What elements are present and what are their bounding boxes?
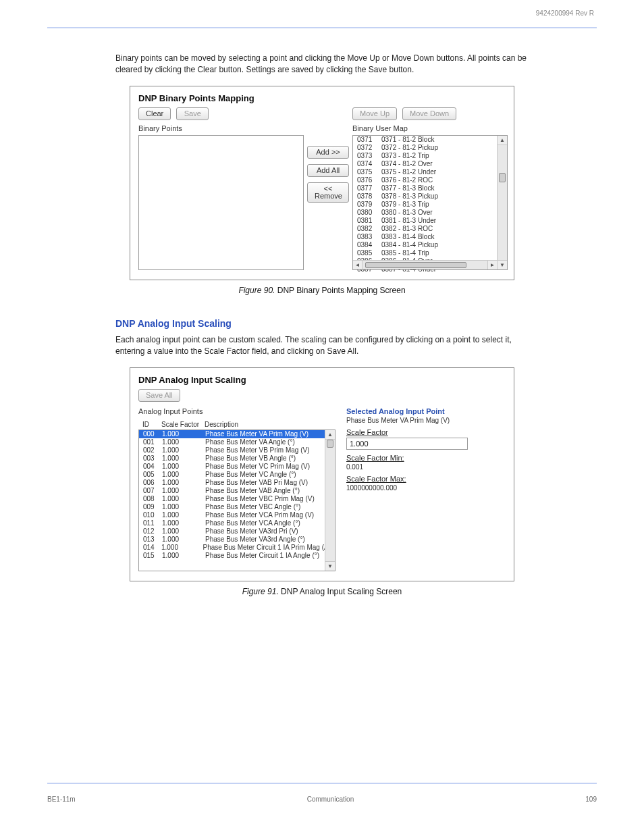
row-id: 0371 bbox=[357, 136, 376, 144]
row-desc: 0380 - 81-3 Over bbox=[381, 209, 433, 217]
analog-scaling-heading: DNP Analog Input Scaling bbox=[115, 318, 529, 329]
row-scale-factor: 1.000 bbox=[162, 536, 205, 544]
selected-point-name: Phase Bus Meter VA Prim Mag (V) bbox=[346, 417, 515, 424]
row-id: 015 bbox=[143, 552, 162, 560]
row-id: 000 bbox=[143, 430, 162, 438]
row-id: 012 bbox=[143, 527, 162, 536]
fig91-title: DNP Analog Input Scaling bbox=[138, 375, 506, 385]
analog-row[interactable]: 0021.000Phase Bus Meter VB Prim Mag (V) bbox=[139, 446, 335, 454]
row-desc: 0381 - 81-3 Under bbox=[381, 217, 436, 225]
row-description: Phase Bus Meter VC Angle (°) bbox=[205, 471, 296, 479]
row-description: Phase Bus Meter VB Prim Mag (V) bbox=[205, 446, 310, 454]
add-all-button[interactable]: Add All bbox=[307, 164, 349, 177]
user-map-row[interactable]: 03790379 - 81-3 Trip bbox=[353, 201, 507, 209]
vertical-scrollbar[interactable]: ▲ ▼ bbox=[497, 136, 507, 269]
row-id: 004 bbox=[143, 463, 162, 471]
analog-row[interactable]: 0091.000Phase Bus Meter VBC Angle (°) bbox=[139, 503, 335, 511]
fig90-title: DNP Binary Points Mapping bbox=[138, 93, 506, 103]
row-description: Phase Bus Meter VA Prim Mag (V) bbox=[205, 430, 308, 438]
row-description: Phase Bus Meter VAB Pri Mag (V) bbox=[205, 479, 308, 487]
analog-row[interactable]: 0041.000Phase Bus Meter VC Prim Mag (V) bbox=[139, 463, 335, 471]
hscroll-thumb[interactable] bbox=[365, 262, 466, 268]
row-desc: 0385 - 81-4 Trip bbox=[381, 249, 429, 257]
user-map-row[interactable]: 03810381 - 81-3 Under bbox=[353, 217, 507, 225]
user-map-row[interactable]: 03850385 - 81-4 Trip bbox=[353, 249, 507, 257]
scale-factor-input[interactable]: 1.000 bbox=[346, 438, 468, 450]
scroll-thumb[interactable] bbox=[499, 173, 506, 182]
analog-row[interactable]: 0101.000Phase Bus Meter VCA Prim Mag (V) bbox=[139, 511, 335, 519]
scroll-right-arrow-icon[interactable]: ► bbox=[487, 261, 497, 269]
analog-row[interactable]: 0131.000Phase Bus Meter VA3rd Angle (°) bbox=[139, 536, 335, 544]
move-up-button[interactable]: Move Up bbox=[352, 107, 397, 120]
analog-row[interactable]: 0081.000Phase Bus Meter VBC Prim Mag (V) bbox=[139, 495, 335, 503]
analog-row[interactable]: 0001.000Phase Bus Meter VA Prim Mag (V) bbox=[139, 430, 335, 438]
user-map-row[interactable]: 03750375 - 81-2 Under bbox=[353, 168, 507, 176]
row-id: 0381 bbox=[357, 217, 376, 225]
user-map-row[interactable]: 03760376 - 81-2 ROC bbox=[353, 176, 507, 184]
row-id: 0385 bbox=[357, 249, 376, 257]
scroll-thumb[interactable] bbox=[327, 440, 333, 448]
user-map-row[interactable]: 03720372 - 81-2 Pickup bbox=[353, 144, 507, 152]
user-map-row[interactable]: 03710371 - 81-2 Block bbox=[353, 136, 507, 144]
figure-91-number: Figure 91. bbox=[242, 587, 279, 596]
binary-user-map-list[interactable]: 03710371 - 81-2 Block03720372 - 81-2 Pic… bbox=[352, 135, 508, 270]
row-scale-factor: 1.000 bbox=[162, 438, 205, 446]
row-scale-factor: 1.000 bbox=[162, 446, 205, 454]
row-id: 005 bbox=[143, 471, 162, 479]
page-footer: BE1-11m Communication 109 bbox=[47, 796, 597, 803]
user-map-row[interactable]: 03740374 - 81-2 Over bbox=[353, 160, 507, 168]
scale-factor-min-value: 0.001 bbox=[346, 463, 515, 471]
user-map-row[interactable]: 03840384 - 81-4 Pickup bbox=[353, 241, 507, 249]
analog-row[interactable]: 0151.000Phase Bus Meter Circuit 1 IA Ang… bbox=[139, 552, 335, 560]
move-down-button[interactable]: Move Down bbox=[402, 107, 456, 120]
scroll-down-arrow-icon[interactable]: ▼ bbox=[325, 561, 335, 571]
analog-row[interactable]: 0111.000Phase Bus Meter VCA Angle (°) bbox=[139, 519, 335, 527]
horizontal-scrollbar[interactable]: ◄ ► bbox=[353, 260, 497, 269]
remove-button[interactable]: << Remove bbox=[307, 182, 349, 203]
row-desc: 0384 - 81-4 Pickup bbox=[381, 241, 438, 249]
scale-factor-min-label: Scale Factor Min: bbox=[346, 454, 515, 462]
analog-row[interactable]: 0141.000Phase Bus Meter Circuit 1 IA Pri… bbox=[139, 544, 335, 552]
vertical-scrollbar[interactable]: ▲ ▼ bbox=[325, 430, 335, 571]
add-button[interactable]: Add >> bbox=[307, 146, 349, 159]
user-map-row[interactable]: 03800380 - 81-3 Over bbox=[353, 209, 507, 217]
analog-row[interactable]: 0011.000Phase Bus Meter VA Angle (°) bbox=[139, 438, 335, 446]
analog-row[interactable]: 0031.000Phase Bus Meter VB Angle (°) bbox=[139, 454, 335, 463]
row-desc: 0378 - 81-3 Pickup bbox=[381, 192, 438, 201]
row-id: 011 bbox=[143, 519, 162, 527]
row-desc: 0372 - 81-2 Pickup bbox=[381, 144, 438, 152]
user-map-row[interactable]: 03770377 - 81-3 Block bbox=[353, 184, 507, 192]
scale-factor-max-label: Scale Factor Max: bbox=[346, 475, 515, 483]
row-desc: 0373 - 81-2 Trip bbox=[381, 152, 429, 160]
save-button[interactable]: Save bbox=[176, 107, 209, 120]
scroll-left-arrow-icon[interactable]: ◄ bbox=[353, 261, 363, 269]
save-all-button[interactable]: Save All bbox=[138, 389, 180, 402]
footer-center: Communication bbox=[307, 796, 354, 803]
scroll-down-arrow-icon[interactable]: ▼ bbox=[498, 260, 507, 269]
analog-row[interactable]: 0061.000Phase Bus Meter VAB Pri Mag (V) bbox=[139, 479, 335, 487]
row-id: 010 bbox=[143, 511, 162, 519]
fig90-panel: DNP Binary Points Mapping Clear Save Mov… bbox=[130, 86, 514, 280]
row-id: 014 bbox=[143, 544, 161, 552]
analog-row[interactable]: 0071.000Phase Bus Meter VAB Angle (°) bbox=[139, 487, 335, 495]
row-id: 001 bbox=[143, 438, 162, 446]
scroll-up-arrow-icon[interactable]: ▲ bbox=[325, 430, 335, 440]
user-map-row[interactable]: 03730373 - 81-2 Trip bbox=[353, 152, 507, 160]
row-scale-factor: 1.000 bbox=[162, 511, 205, 519]
row-scale-factor: 1.000 bbox=[162, 487, 205, 495]
row-desc: 0383 - 81-4 Block bbox=[381, 233, 434, 241]
row-scale-factor: 1.000 bbox=[162, 495, 205, 503]
scroll-up-arrow-icon[interactable]: ▲ bbox=[498, 136, 507, 145]
user-map-row[interactable]: 03830383 - 81-4 Block bbox=[353, 233, 507, 241]
selected-point-header: Selected Analog Input Point bbox=[346, 407, 515, 415]
analog-input-points-list[interactable]: 0001.000Phase Bus Meter VA Prim Mag (V)0… bbox=[138, 429, 336, 571]
clear-button[interactable]: Clear bbox=[138, 107, 171, 120]
analog-row[interactable]: 0051.000Phase Bus Meter VC Angle (°) bbox=[139, 471, 335, 479]
figure-90-caption-text: DNP Binary Points Mapping Screen bbox=[277, 286, 406, 295]
user-map-row[interactable]: 03820382 - 81-3 ROC bbox=[353, 225, 507, 233]
user-map-row[interactable]: 03780378 - 81-3 Pickup bbox=[353, 192, 507, 201]
analog-row[interactable]: 0121.000Phase Bus Meter VA3rd Pri (V) bbox=[139, 527, 335, 536]
scale-factor-label: Scale Factor bbox=[346, 428, 515, 436]
row-desc: 0371 - 81-2 Block bbox=[381, 136, 434, 144]
binary-points-list[interactable] bbox=[138, 135, 304, 270]
